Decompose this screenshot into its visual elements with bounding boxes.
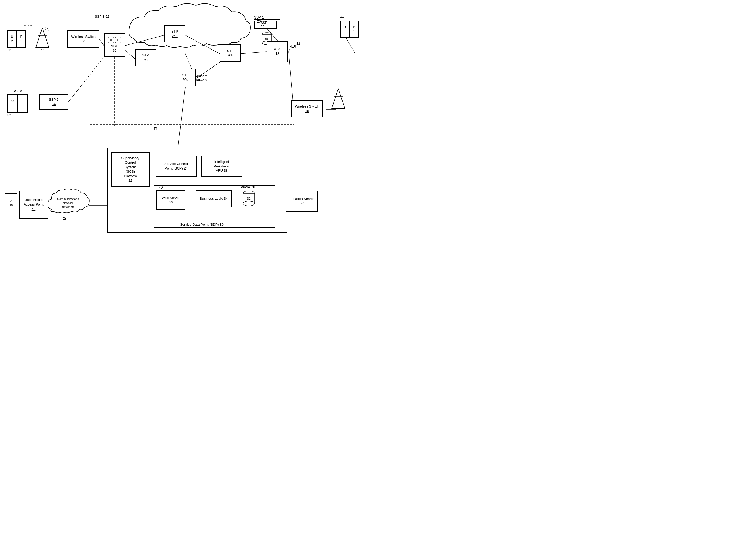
ssp2-54: SSP 254 xyxy=(39,94,68,110)
cyl-65: 65 xyxy=(108,37,114,43)
ws36-label: Web Server36 xyxy=(162,196,180,205)
sdp30-label: Service Data Point (SDP) 30 xyxy=(180,222,224,226)
svg-text:56: 56 xyxy=(265,37,268,40)
svg-line-5 xyxy=(125,35,164,46)
location-server-57: Location Server57 xyxy=(286,191,318,212)
s1-10: S110 xyxy=(5,193,17,213)
stp-26a: STP26a xyxy=(164,25,185,42)
stp26b-label: STP26b xyxy=(227,49,233,58)
cyl-32: 32 xyxy=(242,190,255,207)
svg-line-46 xyxy=(338,89,345,109)
hlr-label: HLR xyxy=(289,44,296,48)
stp-26c: STP26c xyxy=(175,69,196,86)
ssp254-label: SSP 254 xyxy=(49,97,59,106)
p1-box: P1 xyxy=(349,21,359,38)
svg-rect-1 xyxy=(90,124,294,143)
svg-text:(Internet): (Internet) xyxy=(62,205,74,208)
svg-point-52 xyxy=(243,201,255,206)
svg-text:Network: Network xyxy=(63,201,74,204)
svg-line-4 xyxy=(99,39,104,46)
svg-line-45 xyxy=(332,89,338,109)
46-label: 46 xyxy=(8,48,11,52)
msc-66-box: 65 64 MSC66 xyxy=(104,33,125,57)
svg-text:Communications: Communications xyxy=(57,197,79,200)
u1-label: U1 xyxy=(344,25,346,33)
s1-label: S110 xyxy=(9,199,13,207)
ipvru38-label: IntelligentPeripheralVRU 38 xyxy=(214,160,229,173)
user-profile-ap-42: User Profile Access Point42 xyxy=(19,191,48,218)
u1-box: U1 xyxy=(340,21,349,38)
scp24-label: Service ControlPoint (SCP) 24 xyxy=(164,162,188,171)
svg-text:32: 32 xyxy=(247,197,251,200)
svg-line-37 xyxy=(42,28,49,48)
svg-line-21 xyxy=(68,57,104,102)
p2-label: P2 xyxy=(20,35,22,43)
stp26c-label: STP26c xyxy=(182,73,188,82)
28-label: 28 xyxy=(63,217,66,220)
telecom-network-label: TelecomNetwork xyxy=(195,74,207,82)
msc-18: MSC18 xyxy=(267,41,288,62)
stp26d-label: STP26d xyxy=(142,53,149,62)
svg-line-8 xyxy=(185,35,220,54)
ssp3-label: SSP 3 62 xyxy=(95,15,109,19)
svg-line-33 xyxy=(347,39,355,53)
p5-box: ⠿ xyxy=(17,94,28,112)
u5-label: U5 xyxy=(11,99,14,107)
ls57-label: Location Server57 xyxy=(290,197,314,206)
msc18-label: MSC18 xyxy=(274,47,281,56)
scp-24: Service ControlPoint (SCP) 24 xyxy=(156,156,197,177)
z-arrow-label: ← z → xyxy=(24,24,33,27)
stp26a-label: STP26a xyxy=(171,29,178,38)
upap42-label: User Profile Access Point42 xyxy=(20,198,48,211)
12-label: 12 xyxy=(296,42,300,46)
p2-box: P2 xyxy=(17,30,26,48)
52-label: 52 xyxy=(7,113,11,117)
ws60-label: Wireless Switch60 xyxy=(71,35,96,43)
network-diagram: T1 SSP 3 62 U2 P2 46 ← z → 14 Wireless S… xyxy=(0,0,378,272)
antenna-right xyxy=(330,87,346,111)
bl34-label: Business Logic 34 xyxy=(200,196,228,201)
svg-line-32 xyxy=(289,49,290,52)
wireless-switch-16: Wireless Switch16 xyxy=(291,100,323,117)
40-label: 40 xyxy=(159,185,163,189)
comm-network-cloud: Communications Network (Internet) xyxy=(46,188,90,218)
antenna-left xyxy=(34,26,50,50)
t1-label: T1 xyxy=(154,127,158,131)
ws16-label: Wireless Switch16 xyxy=(295,104,319,113)
stp-26d: STP26d xyxy=(135,49,156,66)
stp-26b: STP26b xyxy=(220,44,241,62)
p1-label: P1 xyxy=(353,25,355,33)
scs22-label: SupervisoryControlSystem(SCS)Platform22 xyxy=(121,156,139,183)
u5-box: U5 xyxy=(7,94,17,112)
p5-50-label: P5 50 xyxy=(14,89,22,93)
cyl-64: 64 xyxy=(115,37,121,43)
svg-line-36 xyxy=(36,28,42,48)
web-server-36: Web Server36 xyxy=(156,190,185,210)
msc66-label: MSC66 xyxy=(108,44,121,53)
svg-line-18 xyxy=(177,87,185,156)
business-logic-34: Business Logic 34 xyxy=(196,190,232,207)
44-label: 44 xyxy=(340,15,344,19)
p5-label: ⠿ xyxy=(22,102,24,105)
profile-db-label: Profile DB xyxy=(241,185,255,189)
ip-vru-38: IntelligentPeripheralVRU 38 xyxy=(201,156,242,177)
u2-box: U2 xyxy=(7,30,17,48)
wireless-switch-60: Wireless Switch60 xyxy=(67,30,99,48)
scs-platform-22: SupervisoryControlSystem(SCS)Platform22 xyxy=(111,152,150,187)
svg-line-6 xyxy=(125,50,135,59)
u2-label: U2 xyxy=(11,35,13,43)
